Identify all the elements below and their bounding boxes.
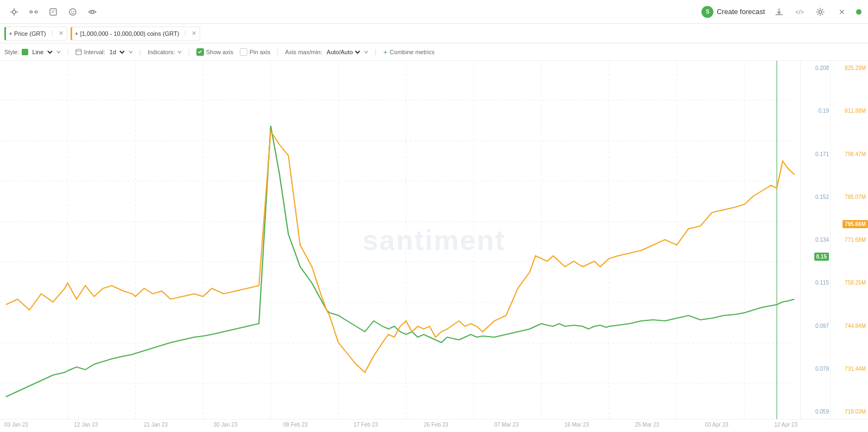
axis-minmax-label: Axis max/min: bbox=[285, 49, 322, 55]
x-label-2: 21 Jan 23 bbox=[144, 422, 168, 432]
volume-axis-item: 798.47M bbox=[833, 151, 866, 157]
eth-icon-2: ♦ bbox=[75, 30, 78, 36]
show-axis-control[interactable]: Show axis bbox=[196, 48, 233, 56]
interval-select[interactable]: 1d 1h 4h 1w bbox=[107, 48, 126, 56]
show-axis-checkbox[interactable] bbox=[196, 48, 204, 56]
x-label-11: 12 Apr 23 bbox=[774, 422, 797, 432]
axis-chevron bbox=[364, 50, 368, 54]
main-toolbar: S Create forecast </> ✕ bbox=[0, 0, 868, 24]
metric-volume-more[interactable]: ⋮ bbox=[182, 30, 188, 37]
pin-axis-checkbox[interactable] bbox=[240, 48, 247, 56]
price-axis-item: 0.171 bbox=[802, 151, 829, 157]
indicators-label: Indicators: bbox=[148, 49, 175, 55]
metric-price-label: Price (GRT) bbox=[14, 30, 46, 37]
svg-point-11 bbox=[69, 9, 76, 15]
x-label-1: 12 Jan 23 bbox=[74, 422, 98, 432]
sep1: | bbox=[67, 48, 69, 56]
interval-icon bbox=[75, 49, 82, 55]
metric-volume-close[interactable]: ✕ bbox=[192, 30, 196, 37]
sep2: | bbox=[139, 48, 141, 56]
price-axis-item: 0.208 bbox=[802, 65, 829, 71]
x-label-0: 03 Jan 23 bbox=[4, 422, 28, 432]
eth-icon-1: ♦ bbox=[9, 30, 12, 36]
metric-volume-label: [1,000,000 - 10,000,000) coins (GRT) bbox=[80, 30, 180, 37]
sep3: | bbox=[188, 48, 190, 56]
svg-point-0 bbox=[12, 10, 16, 14]
style-chevron bbox=[56, 50, 61, 54]
volume-axis-item: 811.88M bbox=[833, 108, 866, 114]
metrics-bar: ♦ Price (GRT) ⋮ ✕ ♦ [1,000,000 - 10,000,… bbox=[0, 24, 868, 43]
create-forecast-button[interactable]: S Create forecast bbox=[701, 6, 765, 18]
volume-line bbox=[6, 131, 795, 372]
x-label-4: 08 Feb 23 bbox=[283, 422, 308, 432]
volume-axis: 825.29M 811.88M 798.47M 785.07M 771.68M … bbox=[830, 61, 868, 419]
metric-price-more[interactable]: ⋮ bbox=[49, 30, 55, 37]
style-color bbox=[22, 49, 28, 55]
toolbar-left bbox=[7, 4, 697, 20]
axis-minmax-control[interactable]: Axis max/min: Auto/Auto bbox=[285, 48, 368, 56]
metric-price-close[interactable]: ✕ bbox=[59, 30, 63, 37]
svg-point-14 bbox=[91, 10, 94, 13]
svg-point-6 bbox=[35, 11, 37, 13]
price-axis-item: 0.059 bbox=[802, 409, 829, 415]
eye-tool[interactable] bbox=[85, 4, 100, 20]
combine-metrics-button[interactable]: + Combine metrics bbox=[383, 48, 435, 56]
volume-axis-item: 825.29M bbox=[833, 65, 866, 71]
emoji-tool[interactable] bbox=[65, 4, 80, 20]
x-axis: 03 Jan 23 12 Jan 23 21 Jan 23 30 Jan 23 … bbox=[0, 419, 868, 432]
axis-minmax-select[interactable]: Auto/Auto bbox=[324, 48, 362, 56]
x-label-7: 07 Mar 23 bbox=[494, 422, 519, 432]
chart-svg bbox=[0, 61, 868, 419]
price-line bbox=[6, 126, 795, 397]
style-select[interactable]: Line Bar Area bbox=[30, 48, 54, 56]
price-axis-item: 0.078 bbox=[802, 366, 829, 372]
download-button[interactable] bbox=[771, 4, 787, 20]
volume-axis-item: 785.07M bbox=[833, 194, 866, 200]
price-axis-item: 0.134 bbox=[802, 237, 829, 243]
x-label-3: 30 Jan 23 bbox=[214, 422, 238, 432]
price-current-badge: 0.15 bbox=[814, 253, 829, 261]
svg-point-5 bbox=[30, 11, 32, 13]
interval-chevron bbox=[129, 50, 133, 54]
price-axis-item: 0.152 bbox=[802, 194, 829, 200]
svg-point-15 bbox=[819, 10, 822, 13]
interval-control[interactable]: Interval: 1d 1h 4h 1w bbox=[75, 48, 133, 56]
svg-point-13 bbox=[73, 11, 74, 12]
sep4: | bbox=[277, 48, 278, 56]
connector-tool[interactable] bbox=[26, 4, 41, 20]
chart-area: santiment 0.208 0.19 0.171 bbox=[0, 61, 868, 419]
svg-rect-8 bbox=[50, 9, 56, 15]
volume-current-badge: 795.66M bbox=[843, 220, 868, 228]
embed-button[interactable]: </> bbox=[793, 4, 806, 20]
volume-axis-item: 744.84M bbox=[833, 323, 866, 329]
price-axis-item: 0.19 bbox=[802, 108, 829, 114]
crosshair-tool[interactable] bbox=[7, 4, 22, 20]
volume-axis-item: 731.44M bbox=[833, 366, 866, 372]
sep5: | bbox=[375, 48, 376, 56]
controls-bar: Style: Line Bar Area | Interval: 1d 1h 4… bbox=[0, 43, 868, 61]
x-label-10: 03 Apr 23 bbox=[705, 422, 729, 432]
volume-axis-item: 758.25M bbox=[833, 280, 866, 286]
combine-label: Combine metrics bbox=[390, 49, 435, 55]
indicators-chevron bbox=[177, 50, 182, 54]
note-tool[interactable] bbox=[46, 4, 61, 20]
toolbar-right: S Create forecast </> ✕ bbox=[701, 4, 861, 20]
create-forecast-label: Create forecast bbox=[717, 8, 765, 16]
metric-volume-tag: ♦ [1,000,000 - 10,000,000) coins (GRT) ⋮… bbox=[71, 27, 201, 41]
style-control[interactable]: Style: Line Bar Area bbox=[4, 48, 61, 56]
pin-axis-label: Pin axis bbox=[250, 49, 271, 55]
price-axis: 0.208 0.19 0.171 0.152 0.134 0.115 0.097… bbox=[800, 61, 830, 419]
plus-icon: + bbox=[383, 48, 387, 56]
volume-axis-item: 718.03M bbox=[833, 409, 866, 415]
x-label-5: 17 Feb 23 bbox=[354, 422, 378, 432]
x-label-6: 26 Feb 23 bbox=[424, 422, 448, 432]
close-button[interactable]: ✕ bbox=[834, 4, 850, 20]
pin-axis-control[interactable]: Pin axis bbox=[240, 48, 271, 56]
svg-rect-16 bbox=[76, 49, 81, 55]
online-indicator bbox=[856, 9, 861, 15]
settings-button[interactable] bbox=[813, 4, 828, 20]
show-axis-label: Show axis bbox=[206, 49, 233, 55]
indicators-control[interactable]: Indicators: bbox=[148, 49, 182, 55]
metric-price-tag: ♦ Price (GRT) ⋮ ✕ bbox=[4, 27, 67, 41]
svg-point-12 bbox=[71, 11, 72, 12]
